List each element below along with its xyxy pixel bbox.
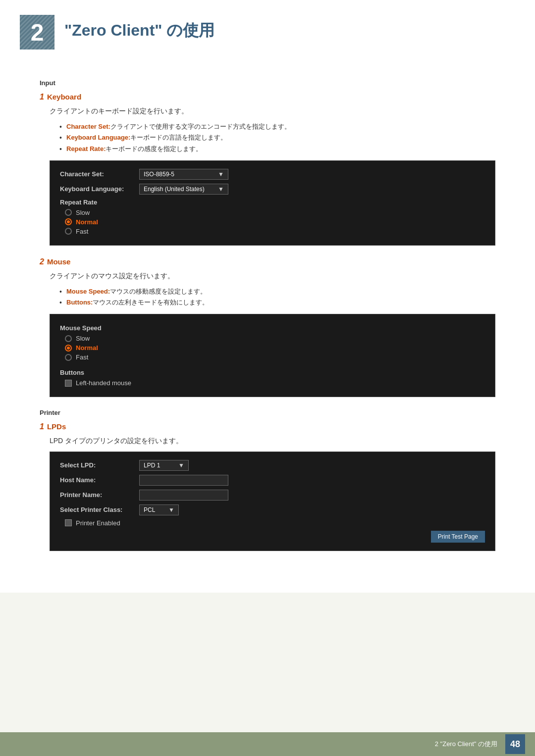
bullet-key-1: Character Set: [66, 123, 110, 130]
chapter-title: "Zero Client" の使用 [64, 15, 214, 42]
bullet-text-1: クライアントで使用する文字のエンコード方式を指定します。 [110, 123, 291, 130]
mouse-fast-radio[interactable] [65, 354, 72, 361]
chapter-number-box: 2 [20, 15, 54, 50]
buttons-section: Buttons Left-handed mouse [60, 369, 485, 387]
lpds-title: LPDs [47, 422, 66, 431]
bullet-key-2: Keyboard Language: [66, 134, 130, 141]
buttons-key: Buttons: [66, 299, 93, 306]
page-footer: 2 "Zero Client" の使用 48 [0, 732, 535, 756]
lpds-subsection: 1 LPDs LPD タイプのプリンタの設定を行います。 Select LPD:… [40, 422, 495, 551]
mouse-normal-radio[interactable] [65, 345, 72, 352]
lpds-ui-box: Select LPD: LPD 1 ▼ Host Name: Printer N… [50, 452, 495, 551]
select-printer-class-row: Select Printer Class: PCL ▼ [60, 504, 485, 515]
select-printer-class-value: PCL [144, 506, 155, 513]
select-lpd-select[interactable]: LPD 1 ▼ [139, 460, 189, 471]
buttons-section-label: Buttons [60, 369, 485, 376]
repeat-rate-slow-label: Slow [76, 209, 90, 216]
keyboard-language-select[interactable]: English (United States) ▼ [139, 184, 228, 195]
keyboard-title: Keyboard [47, 93, 81, 101]
mouse-desc: クライアントのマウス設定を行います。 [50, 270, 495, 281]
footer-chapter-text: 2 "Zero Client" の使用 [435, 740, 497, 749]
mouse-speed-section-label: Mouse Speed [60, 324, 485, 332]
bullet-buttons: Buttons:マウスの左利きモードを有効にします。 [59, 297, 495, 308]
bullet-text-2: キーボードの言語を指定します。 [130, 134, 227, 141]
repeat-rate-label: Repeat Rate [60, 199, 485, 206]
mouse-normal-label: Normal [76, 344, 98, 352]
select-lpd-label: Select LPD: [60, 461, 139, 469]
mouse-bullets: Mouse Speed:マウスの移動感度を設定します。 Buttons:マウスの… [59, 286, 495, 308]
mouse-fast-label: Fast [76, 353, 88, 361]
keyboard-ui-box: Character Set: ISO-8859-5 ▼ Keyboard Lan… [50, 160, 495, 246]
repeat-rate-slow-row: Slow [65, 209, 485, 216]
mouse-slow-label: Slow [76, 335, 90, 342]
keyboard-subsection: 1 Keyboard クライアントのキーボード設定を行います。 Characte… [40, 93, 495, 246]
bullet-text-3: キーボードの感度を指定します。 [106, 145, 202, 152]
left-handed-row: Left-handed mouse [65, 379, 485, 387]
host-name-row: Host Name: [60, 475, 485, 486]
character-set-value: ISO-8859-5 [144, 171, 174, 178]
mouse-header: 2 Mouse [40, 257, 495, 266]
left-handed-label: Left-handed mouse [76, 379, 131, 387]
bullet-key-3: Repeat Rate: [66, 145, 106, 152]
printer-name-label: Printer Name: [60, 491, 139, 499]
keyboard-header: 1 Keyboard [40, 93, 495, 101]
host-name-input[interactable] [139, 475, 228, 486]
character-set-label: Character Set: [60, 170, 139, 178]
bullet-repeat-rate: Repeat Rate:キーボードの感度を指定します。 [59, 144, 495, 154]
left-handed-checkbox[interactable] [65, 380, 72, 387]
chapter-number: 2 [31, 19, 44, 46]
mouse-ui-box: Mouse Speed Slow Normal Fast Buttons Lef… [50, 314, 495, 397]
main-content: Input 1 Keyboard クライアントのキーボード設定を行います。 Ch… [0, 59, 535, 593]
repeat-rate-normal-label: Normal [76, 218, 98, 226]
keyboard-language-label: Keyboard Language: [60, 185, 139, 193]
keyboard-number: 1 [40, 93, 44, 101]
select-printer-class-select[interactable]: PCL ▼ [139, 504, 179, 515]
select-printer-class-arrow: ▼ [164, 506, 174, 513]
bullet-keyboard-language: Keyboard Language:キーボードの言語を指定します。 [59, 132, 495, 143]
keyboard-language-arrow: ▼ [214, 186, 224, 193]
select-printer-class-label: Select Printer Class: [60, 506, 139, 513]
character-set-arrow: ▼ [214, 171, 224, 178]
mouse-fast-row: Fast [65, 353, 485, 361]
character-set-select[interactable]: ISO-8859-5 ▼ [139, 169, 228, 180]
page-number: 48 [505, 734, 525, 754]
mouse-subsection: 2 Mouse クライアントのマウス設定を行います。 Mouse Speed:マ… [40, 257, 495, 398]
mouse-slow-radio[interactable] [65, 335, 72, 342]
repeat-rate-fast-radio[interactable] [65, 228, 72, 235]
printer-name-row: Printer Name: [60, 490, 485, 501]
chapter-header: 2 "Zero Client" の使用 [0, 0, 535, 59]
select-lpd-arrow: ▼ [174, 462, 184, 469]
select-lpd-value: LPD 1 [144, 462, 160, 469]
buttons-text: マウスの左利きモードを有効にします。 [93, 299, 209, 306]
input-section-label: Input [40, 79, 495, 87]
repeat-rate-normal-row: Normal [65, 218, 485, 226]
print-test-page-button[interactable]: Print Test Page [431, 531, 485, 543]
repeat-rate-slow-radio[interactable] [65, 209, 72, 216]
printer-enabled-row: Printer Enabled [65, 519, 485, 527]
repeat-rate-fast-label: Fast [76, 228, 88, 235]
select-lpd-row: Select LPD: LPD 1 ▼ [60, 460, 485, 471]
keyboard-bullets: Character Set:クライアントで使用する文字のエンコード方式を指定しま… [59, 121, 495, 154]
printer-name-input[interactable] [139, 490, 228, 501]
bullet-mouse-speed: Mouse Speed:マウスの移動感度を設定します。 [59, 286, 495, 297]
printer-enabled-label: Printer Enabled [76, 519, 120, 527]
lpds-desc: LPD タイプのプリンタの設定を行います。 [50, 435, 495, 446]
printer-section-label: Printer [40, 409, 495, 416]
bullet-character-set: Character Set:クライアントで使用する文字のエンコード方式を指定しま… [59, 121, 495, 132]
mouse-number: 2 [40, 257, 44, 266]
repeat-rate-normal-radio[interactable] [65, 218, 72, 225]
lpds-number: 1 [40, 422, 44, 431]
mouse-normal-row: Normal [65, 344, 485, 352]
character-set-row: Character Set: ISO-8859-5 ▼ [60, 169, 485, 180]
lpds-header: 1 LPDs [40, 422, 495, 431]
keyboard-desc: クライアントのキーボード設定を行います。 [50, 105, 495, 116]
printer-enabled-checkbox[interactable] [65, 519, 72, 526]
repeat-rate-fast-row: Fast [65, 228, 485, 235]
keyboard-language-row: Keyboard Language: English (United State… [60, 184, 485, 195]
host-name-label: Host Name: [60, 476, 139, 484]
mouse-title: Mouse [47, 257, 71, 266]
mouse-speed-key: Mouse Speed: [66, 288, 110, 295]
mouse-speed-text: マウスの移動感度を設定します。 [110, 288, 207, 295]
keyboard-language-value: English (United States) [144, 186, 205, 193]
mouse-slow-row: Slow [65, 335, 485, 342]
